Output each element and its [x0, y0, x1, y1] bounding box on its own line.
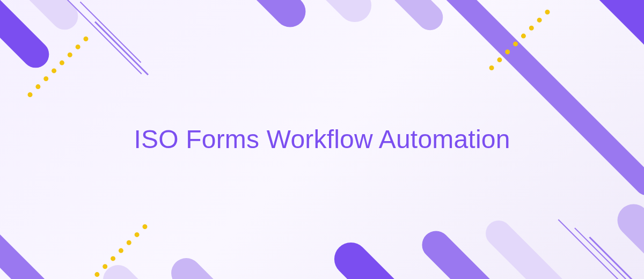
title-container: ISO Forms Workflow Automation	[0, 0, 644, 279]
page-title: ISO Forms Workflow Automation	[134, 123, 510, 156]
hero-banner: ISO Forms Workflow Automation	[0, 0, 644, 279]
